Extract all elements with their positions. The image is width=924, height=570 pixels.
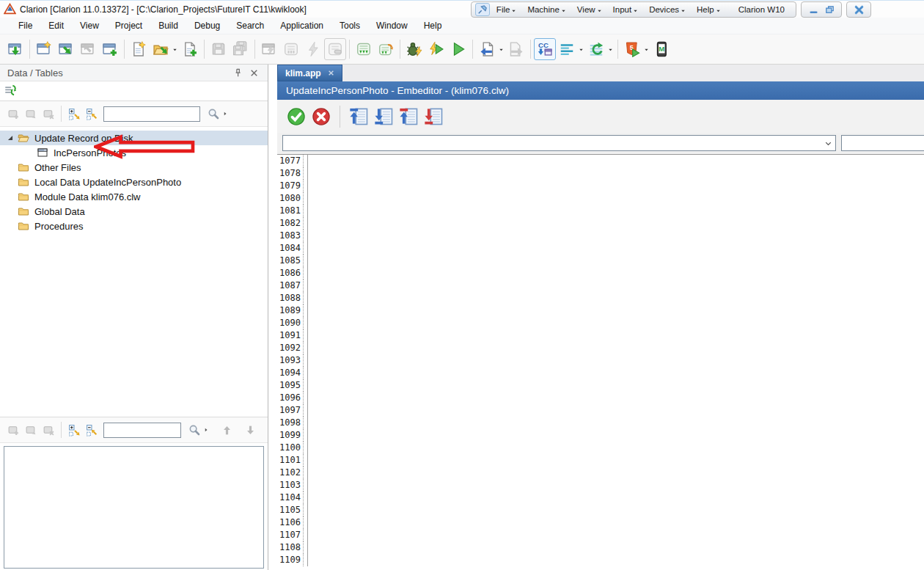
vm-min-button[interactable] (805, 4, 821, 15)
code-line-1082[interactable]: 1082 (277, 217, 924, 230)
expand-all-button[interactable] (65, 105, 83, 123)
doc-back-dropdown-caret[interactable] (498, 43, 505, 56)
menu-help[interactable]: Help (416, 18, 450, 33)
chevron-down-icon[interactable] (823, 138, 834, 149)
vm-menu-machine[interactable]: Machine (522, 5, 571, 14)
sync-tables-icon[interactable] (4, 84, 18, 98)
tree-filter-input[interactable] (103, 106, 200, 122)
vm-close-button[interactable] (851, 4, 867, 15)
menu-application[interactable]: Application (272, 18, 331, 33)
code-line-1101[interactable]: 1101 (277, 454, 924, 467)
embed-point-combobox[interactable] (282, 135, 836, 151)
code-line-1077[interactable]: 1077 (277, 155, 924, 167)
run-button[interactable] (447, 38, 469, 60)
code-line-1080[interactable]: 1080 (277, 192, 924, 205)
close-icon[interactable] (249, 67, 260, 79)
collapse-all-button[interactable] (83, 105, 100, 123)
menu-edit[interactable]: Edit (40, 18, 72, 33)
code-editor[interactable]: 1077107810791080108110821083108410851086… (277, 154, 924, 570)
fmt-lines-button[interactable] (556, 38, 578, 60)
code-line-1102[interactable]: 1102 (277, 467, 924, 479)
fmt-redo-button[interactable] (585, 38, 607, 60)
debug-button[interactable] (403, 38, 425, 60)
search-options-caret[interactable] (222, 109, 228, 118)
fields-listbox[interactable] (4, 446, 264, 569)
search-icon[interactable] (205, 105, 222, 123)
tree-item-other-files[interactable]: Other Files (0, 160, 268, 175)
tab-close-icon[interactable] (326, 68, 336, 78)
embed-next-button[interactable] (371, 104, 396, 129)
tree-item-incpersonphotos[interactable]: IncPersonPhotos (0, 145, 268, 160)
code-line-1104[interactable]: 1104 (277, 492, 924, 504)
vm-menu-input[interactable]: Input (608, 5, 645, 14)
file-new-button[interactable] (128, 38, 150, 60)
file-add-button[interactable] (179, 38, 201, 60)
folder-open-dropdown-caret[interactable] (172, 43, 179, 56)
menu-debug[interactable]: Debug (186, 18, 228, 33)
tree-item-procedures[interactable]: Procedures (0, 219, 268, 233)
menu-build[interactable]: Build (150, 18, 186, 33)
embed-prev-filled-button[interactable] (396, 104, 421, 129)
menu-project[interactable]: Project (107, 18, 150, 33)
code-line-1088[interactable]: 1088 (277, 292, 924, 304)
code-line-1103[interactable]: 1103 (277, 479, 924, 492)
code-line-1091[interactable]: 1091 (277, 329, 924, 342)
code-line-1096[interactable]: 1096 (277, 392, 924, 404)
code-line-1106[interactable]: 1106 (277, 516, 924, 529)
tree-expander-icon[interactable] (5, 133, 15, 143)
code-line-1079[interactable]: 1079 (277, 180, 924, 192)
mobile-button[interactable]: M (650, 38, 672, 60)
grid-run-button[interactable] (353, 38, 375, 60)
collapse-all-button[interactable] (83, 421, 100, 439)
search-icon[interactable] (186, 421, 203, 439)
win-open-button[interactable] (55, 38, 77, 60)
vm-pin-icon[interactable] (475, 3, 490, 16)
code-line-1097[interactable]: 1097 (277, 404, 924, 417)
embed-next-filled-button[interactable] (421, 104, 446, 129)
code-line-1098[interactable]: 1098 (277, 417, 924, 429)
win-add-button[interactable] (99, 38, 121, 60)
code-line-1084[interactable]: 1084 (277, 242, 924, 255)
embed-prev-button[interactable] (346, 104, 371, 129)
accept-button[interactable] (284, 104, 309, 129)
html-run-button[interactable]: 5 (621, 38, 643, 60)
code-line-1090[interactable]: 1090 (277, 317, 924, 329)
cc-button[interactable]: CC (534, 38, 556, 60)
menu-window[interactable]: Window (368, 18, 416, 33)
code-line-1087[interactable]: 1087 (277, 279, 924, 292)
code-line-1081[interactable]: 1081 (277, 205, 924, 217)
vm-menu-view[interactable]: View (572, 5, 608, 14)
code-line-1085[interactable]: 1085 (277, 255, 924, 267)
vm-menu-help[interactable]: Help (692, 5, 727, 14)
code-line-1095[interactable]: 1095 (277, 379, 924, 392)
code-line-1089[interactable]: 1089 (277, 304, 924, 317)
tree-item-local-data-updateincpersonphoto[interactable]: Local Data UpdateIncPersonPhoto (0, 175, 268, 189)
code-line-1108[interactable]: 1108 (277, 541, 924, 554)
vm-menu-file[interactable]: File (491, 5, 523, 14)
code-line-1099[interactable]: 1099 (277, 429, 924, 442)
flash-run-button[interactable] (425, 38, 447, 60)
tab-klim-app[interactable]: klim.app (277, 65, 342, 81)
code-line-1093[interactable]: 1093 (277, 354, 924, 367)
code-line-1105[interactable]: 1105 (277, 504, 924, 516)
menu-file[interactable]: File (10, 18, 40, 33)
vm-menu-devices[interactable]: Devices (644, 5, 692, 14)
tree-item-module-data-klim076-clw[interactable]: Module Data klim076.clw (0, 189, 268, 204)
secondary-box[interactable] (841, 135, 924, 151)
html-run-dropdown-caret[interactable] (643, 43, 650, 56)
code-line-1092[interactable]: 1092 (277, 342, 924, 354)
tree-item-global-data[interactable]: Global Data (0, 204, 268, 219)
tree-filter-input[interactable] (103, 423, 181, 438)
menu-view[interactable]: View (72, 18, 107, 33)
menu-search[interactable]: Search (228, 18, 272, 33)
win-new-button[interactable] (33, 38, 55, 60)
gen-app-button[interactable] (4, 38, 26, 60)
cancel-button[interactable] (309, 104, 334, 129)
fmt-redo-dropdown-caret[interactable] (607, 43, 615, 56)
code-line-1100[interactable]: 1100 (277, 442, 924, 454)
menu-tools[interactable]: Tools (331, 18, 368, 33)
code-line-1078[interactable]: 1078 (277, 167, 924, 180)
vm-restore-button[interactable] (821, 4, 837, 15)
search-options-caret[interactable] (203, 425, 209, 434)
doc-back-button[interactable] (476, 38, 498, 60)
